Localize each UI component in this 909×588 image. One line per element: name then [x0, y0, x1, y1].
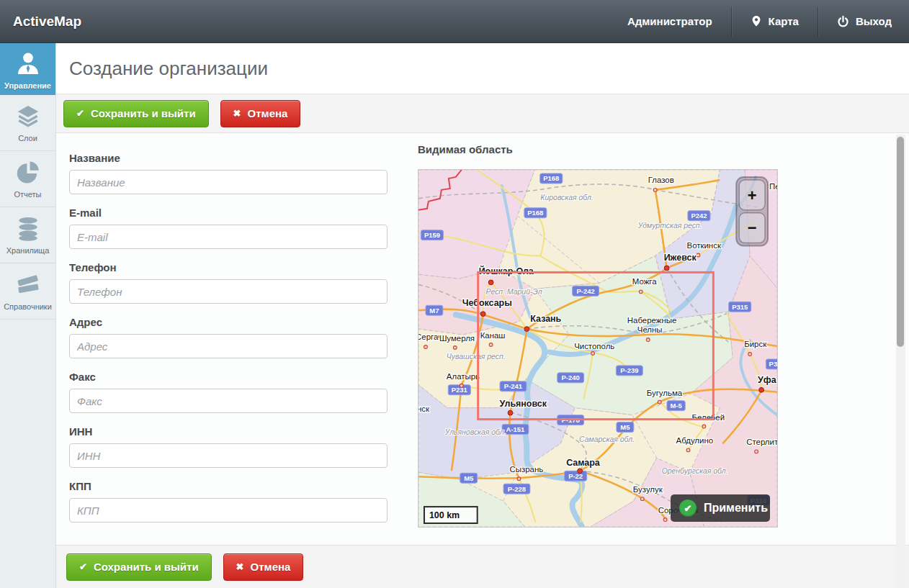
- cross-icon: ✖: [233, 108, 241, 119]
- svg-text:М5: М5: [464, 474, 473, 482]
- field-label: Факс: [69, 371, 388, 383]
- road-badge: Р231: [448, 385, 470, 395]
- cancel-button-bottom[interactable]: ✖ Отмена: [223, 553, 304, 581]
- town-dot: [639, 290, 642, 294]
- town-dot: [517, 477, 521, 481]
- top-toolbar: ✔ Сохранить и выйти ✖ Отмена: [56, 94, 909, 133]
- svg-text:М7: М7: [429, 307, 439, 315]
- sidebar-item-management[interactable]: Управление: [0, 43, 55, 95]
- map-link[interactable]: Карта: [751, 14, 799, 28]
- app-logo: ActiveMap: [13, 14, 81, 30]
- header-divider: [818, 6, 818, 37]
- map-link-label: Карта: [769, 15, 799, 27]
- phone-input[interactable]: [69, 279, 388, 304]
- app-window: ActiveMap Администратор Карта Выход: [0, 0, 909, 588]
- city-label: Воткинск: [687, 241, 722, 250]
- check-icon: ✔: [79, 561, 87, 572]
- city-label: нск: [418, 404, 430, 413]
- email-input[interactable]: [69, 225, 388, 249]
- sidebar-item-label: Слои: [18, 134, 37, 143]
- sidebar: Управление Слои Отчеты Хранил: [0, 43, 56, 588]
- city-label: Пе: [769, 182, 777, 191]
- town-dot: [697, 253, 700, 257]
- city-label: Стерлита: [746, 438, 777, 446]
- form-field-inn: ИНН: [69, 425, 388, 468]
- field-label: Название: [69, 152, 388, 164]
- town-dot: [702, 425, 706, 428]
- apply-button[interactable]: ✔ Применить: [671, 494, 770, 522]
- address-input[interactable]: [69, 334, 388, 358]
- city-dot: [488, 280, 493, 285]
- form-field-address: Адрес: [69, 316, 388, 358]
- sidebar-item-label: Управление: [4, 81, 51, 90]
- sidebar-item-layers[interactable]: Слои: [0, 95, 55, 151]
- layers-icon: [14, 103, 42, 130]
- field-label: КПП: [69, 480, 388, 492]
- region-label: Респ. Марий-Эл: [486, 288, 542, 296]
- map-canvas[interactable]: Р168Р168Р159Р242Р-242М7Р315Р31Р-241Р-240…: [418, 170, 777, 527]
- header-divider: [731, 6, 732, 37]
- apply-button-label: Применить: [704, 502, 768, 515]
- vertical-scrollbar[interactable]: [896, 135, 905, 588]
- fax-input[interactable]: [69, 389, 388, 413]
- scrollbar-thumb[interactable]: [897, 137, 904, 347]
- road-badge: Р31: [766, 359, 777, 369]
- svg-text:Р-242: Р-242: [576, 287, 594, 295]
- town-dot: [748, 353, 752, 356]
- database-icon: [14, 215, 42, 243]
- town-dot: [453, 346, 457, 350]
- sidebar-item-directories[interactable]: Справочники: [0, 263, 55, 320]
- zoom-in-button[interactable]: +: [739, 180, 765, 210]
- inn-input[interactable]: [69, 443, 388, 468]
- svg-text:Р231: Р231: [452, 386, 467, 394]
- power-icon: [837, 15, 849, 28]
- user-menu[interactable]: Администратор: [627, 15, 712, 27]
- city-dot: [578, 469, 583, 474]
- city-dot: [508, 410, 513, 415]
- road-badge: М5: [460, 473, 478, 483]
- road-badge: Р-241: [500, 381, 527, 392]
- cancel-button[interactable]: ✖ Отмена: [220, 100, 301, 127]
- save-button-label: Сохранить и выйти: [94, 561, 199, 573]
- road-badge: Р315: [729, 302, 751, 312]
- road-badge: Р-228: [503, 484, 530, 494]
- kpp-input[interactable]: [69, 498, 388, 523]
- road-badge: Р-240: [558, 373, 584, 383]
- svg-text:Р159: Р159: [424, 231, 440, 239]
- save-button-label: Сохранить и выйти: [91, 107, 196, 119]
- organization-form: Название E-mail Телефон Адрес Факс: [69, 152, 388, 535]
- save-button-bottom[interactable]: ✔ Сохранить и выйти: [66, 553, 212, 581]
- town-dot: [489, 343, 493, 347]
- svg-text:М-5: М-5: [670, 402, 681, 410]
- form-field-fax: Факс: [69, 371, 388, 413]
- city-label: Набережные: [627, 316, 677, 325]
- form-field-name: Название: [69, 152, 388, 194]
- road-badge: Р-22: [565, 471, 587, 481]
- zoom-out-button[interactable]: −: [739, 213, 765, 243]
- city-label: Казань: [530, 314, 561, 324]
- check-circle-icon: ✔: [679, 499, 697, 517]
- svg-text:Р242: Р242: [691, 212, 707, 220]
- save-button[interactable]: ✔ Сохранить и выйти: [63, 100, 209, 127]
- city-label: Глазов: [648, 176, 674, 184]
- town-dot: [755, 450, 758, 453]
- content-area: Название E-mail Телефон Адрес Факс: [56, 133, 909, 545]
- bottom-toolbar: ✔ Сохранить и выйти ✖ Отмена: [56, 545, 909, 588]
- svg-text:Р168: Р168: [543, 174, 559, 182]
- road-badge: Р159: [421, 230, 443, 240]
- town-dot: [663, 518, 667, 522]
- road-badge: Р168: [540, 173, 563, 184]
- city-label: Ульяновск: [500, 399, 547, 409]
- svg-text:Р-240: Р-240: [562, 374, 580, 381]
- cross-icon: ✖: [236, 561, 244, 572]
- town-dot: [591, 352, 595, 356]
- app-header: ActiveMap Администратор Карта Выход: [0, 0, 909, 43]
- sidebar-item-storages[interactable]: Хранилища: [0, 207, 55, 263]
- road-badge: М7: [426, 305, 443, 315]
- city-label: Сызрань: [509, 465, 543, 474]
- logout-link[interactable]: Выход: [837, 15, 892, 28]
- sidebar-item-reports[interactable]: Отчеты: [0, 151, 55, 207]
- page-title: Создание организации: [69, 58, 268, 80]
- field-label: Телефон: [69, 261, 388, 273]
- name-input[interactable]: [69, 170, 388, 194]
